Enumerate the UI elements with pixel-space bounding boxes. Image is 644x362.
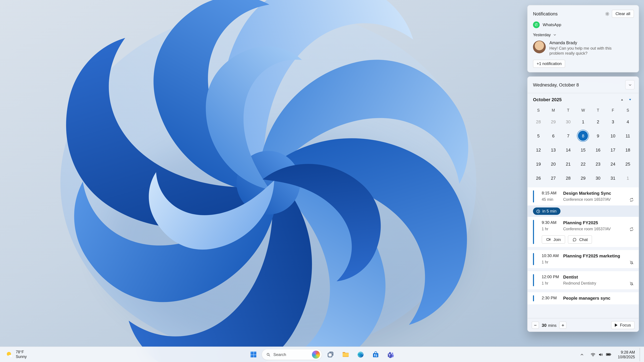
calendar-day-selected[interactable]: 8 (578, 130, 589, 141)
more-notifications-button[interactable]: +1 notification (533, 60, 565, 68)
agenda-group-current: 8:15 AM Design Marketing Sync 45 min Con… (528, 187, 639, 247)
notification-settings-icon[interactable] (603, 9, 612, 18)
calendar-day[interactable]: 19 (531, 157, 546, 171)
network-volume-battery-button[interactable] (587, 348, 614, 361)
calendar-day[interactable]: 24 (606, 157, 620, 171)
calendar-day[interactable]: 18 (620, 143, 635, 157)
calendar-date-label: Wednesday, October 8 (533, 82, 625, 87)
join-label: Join (554, 237, 561, 242)
calendar-day[interactable]: 2 (590, 115, 606, 129)
clock-button[interactable]: 9:28 AM 10/8/2025 (615, 349, 638, 361)
calendar-day[interactable]: 9 (590, 129, 606, 143)
calendar-day[interactable]: 27 (546, 171, 561, 185)
increase-duration-button[interactable]: + (559, 321, 567, 329)
calendar-day[interactable]: 1 (576, 115, 591, 129)
event-item[interactable]: 10:30 AM Planning FY2025 marketing 1 hr (528, 250, 639, 268)
next-month-button[interactable] (626, 95, 634, 104)
event-item[interactable]: 9:30 AM Planning FY2025 1 hr Conference … (528, 217, 639, 247)
caret-up-icon (620, 98, 624, 101)
calendar-day[interactable]: 31 (606, 171, 620, 185)
chevron-down-icon (553, 33, 557, 37)
calendar-day[interactable]: 5 (531, 129, 546, 143)
calendar-dow: M (546, 106, 561, 115)
calendar-day[interactable]: 10 (606, 129, 620, 143)
calendar-dow: S (620, 106, 635, 115)
decrease-duration-button[interactable]: − (532, 321, 539, 329)
agenda-group: 12:00 PM Dentist 1 hr Redmond Dentistry (528, 271, 639, 289)
calendar-day[interactable]: 13 (546, 143, 561, 157)
event-item[interactable]: 8:15 AM Design Marketing Sync 45 min Con… (528, 187, 639, 205)
wifi-icon (590, 352, 596, 357)
notification-section-yesterday[interactable]: Yesterday (528, 30, 639, 38)
calendar-date-header: Wednesday, October 8 (528, 77, 639, 93)
join-button[interactable]: Join (542, 235, 565, 244)
calendar-day[interactable]: 11 (620, 129, 635, 143)
desktop: Notifications Clear all ✆ WhatsApp Yeste… (0, 0, 644, 362)
calendar-day[interactable]: 4 (620, 115, 635, 129)
edge-button[interactable] (354, 348, 367, 361)
calendar-month-row: October 2025 (528, 93, 639, 106)
calendar-day[interactable]: 25 (620, 157, 635, 171)
event-time: 9:30 AM (542, 220, 561, 226)
video-camera-icon (546, 237, 551, 242)
calendar-day[interactable]: 28 (561, 171, 576, 185)
task-view-icon (327, 351, 334, 358)
weather-widget[interactable]: 78°F Sunny (2, 348, 30, 361)
event-item[interactable]: 2:30 PM People managers sync (528, 292, 639, 304)
search-highlights-icon (312, 351, 320, 359)
calendar-weekday-header: S M T W T F S (528, 106, 639, 115)
previous-month-button[interactable] (618, 95, 626, 104)
tray-expand-button[interactable] (577, 348, 587, 361)
taskbar: 78°F Sunny (0, 347, 644, 362)
calendar-day[interactable]: 17 (606, 143, 620, 157)
chat-button[interactable]: Chat (568, 235, 592, 244)
calendar-day[interactable]: 20 (546, 157, 561, 171)
calendar-day[interactable]: 22 (576, 157, 591, 171)
chat-bubble-icon (572, 237, 577, 242)
calendar-day[interactable]: 1 (620, 171, 635, 185)
sun-icon (5, 351, 13, 358)
search-box[interactable]: Search (262, 349, 322, 360)
calendar-day[interactable]: 15 (576, 143, 591, 157)
calendar-day[interactable]: 6 (546, 129, 561, 143)
calendar-day[interactable]: 30 (561, 115, 576, 129)
notification-group-whatsapp[interactable]: ✆ WhatsApp (528, 21, 639, 30)
tray-time: 9:28 AM (618, 350, 635, 355)
task-view-button[interactable] (324, 348, 337, 361)
calendar-day[interactable]: 7 (561, 129, 576, 143)
collapse-calendar-button[interactable] (625, 80, 634, 89)
focus-duration-unit: mins (548, 323, 556, 328)
event-title: Planning FY2025 marketing (563, 253, 634, 259)
event-time: 10:30 AM (542, 253, 561, 259)
focus-button[interactable]: Focus (611, 321, 634, 329)
store-button[interactable] (369, 348, 382, 361)
notification-item[interactable]: Amanda Brady Hey! Can you help me out wi… (528, 38, 639, 57)
repeat-icon (627, 197, 634, 202)
notification-sender: Amanda Brady (550, 40, 625, 45)
calendar-day[interactable]: 14 (561, 143, 576, 157)
clear-all-button[interactable]: Clear all (612, 10, 634, 18)
calendar-day[interactable]: 26 (531, 171, 546, 185)
calendar-day[interactable]: 3 (606, 115, 620, 129)
calendar-day[interactable]: 29 (546, 115, 561, 129)
bell-off-icon (627, 260, 634, 265)
start-button[interactable] (246, 348, 260, 361)
calendar-day[interactable]: 12 (531, 143, 546, 157)
calendar-day[interactable]: 16 (590, 143, 606, 157)
show-desktop-button[interactable] (640, 348, 641, 361)
calendar-day[interactable]: 28 (531, 115, 546, 129)
calendar-day[interactable]: 29 (576, 171, 591, 185)
event-item[interactable]: 12:00 PM Dentist 1 hr Redmond Dentistry (528, 271, 639, 289)
countdown-row: in 5 min (528, 205, 639, 217)
caret-down-icon (628, 98, 632, 101)
teams-button[interactable] (384, 348, 398, 361)
calendar-day[interactable]: 30 (590, 171, 606, 185)
file-explorer-button[interactable] (339, 348, 352, 361)
calendar-day[interactable]: 23 (590, 157, 606, 171)
calendar-day: 8 (576, 129, 591, 143)
play-icon (615, 323, 618, 327)
quick-settings-panel: Notifications Clear all ✆ WhatsApp Yeste… (527, 5, 639, 332)
event-accent-bar (533, 253, 534, 265)
clock-icon (536, 209, 540, 213)
calendar-day[interactable]: 21 (561, 157, 576, 171)
